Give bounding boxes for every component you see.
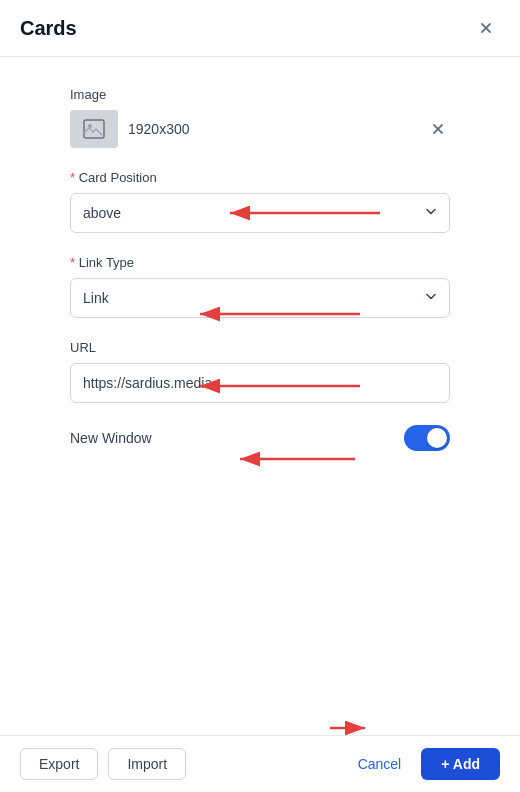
modal-title: Cards — [20, 17, 77, 40]
image-row: 1920x300 — [70, 110, 450, 148]
image-clear-icon — [430, 121, 446, 137]
export-button[interactable]: Export — [20, 748, 98, 780]
modal-body: Image 1920x300 Card Posi — [0, 57, 520, 735]
footer-right-actions: Cancel + Add — [348, 748, 500, 780]
card-position-select[interactable]: above below left right — [70, 193, 450, 233]
url-group: URL — [70, 340, 450, 403]
new-window-toggle[interactable] — [404, 425, 450, 451]
image-clear-button[interactable] — [426, 117, 450, 141]
link-type-select-wrapper: Link Page None — [70, 278, 450, 318]
url-label: URL — [70, 340, 450, 355]
new-window-row: New Window — [70, 425, 450, 451]
card-position-group: Card Position above below left right — [70, 170, 450, 233]
url-input[interactable] — [70, 363, 450, 403]
add-button[interactable]: + Add — [421, 748, 500, 780]
new-window-group: New Window — [70, 425, 450, 451]
image-label: Image — [70, 87, 450, 102]
image-group: Image 1920x300 — [70, 87, 450, 148]
svg-rect-0 — [84, 120, 104, 138]
card-position-select-wrapper: above below left right — [70, 193, 450, 233]
image-preview — [70, 110, 118, 148]
card-position-label: Card Position — [70, 170, 450, 185]
link-type-group: Link Type Link Page None — [70, 255, 450, 318]
footer-left-actions: Export Import — [20, 748, 186, 780]
modal-footer: Export Import Cancel + Add — [0, 735, 520, 792]
link-type-select[interactable]: Link Page None — [70, 278, 450, 318]
import-button[interactable]: Import — [108, 748, 186, 780]
close-icon — [478, 20, 494, 36]
svg-point-1 — [88, 124, 92, 128]
modal-container: Cards Image 1920x300 — [0, 0, 520, 792]
close-button[interactable] — [472, 14, 500, 42]
new-window-label: New Window — [70, 430, 152, 446]
modal-header: Cards — [0, 0, 520, 57]
image-icon — [83, 119, 105, 139]
link-type-label: Link Type — [70, 255, 450, 270]
cancel-button[interactable]: Cancel — [348, 749, 412, 779]
image-filename: 1920x300 — [128, 121, 416, 137]
